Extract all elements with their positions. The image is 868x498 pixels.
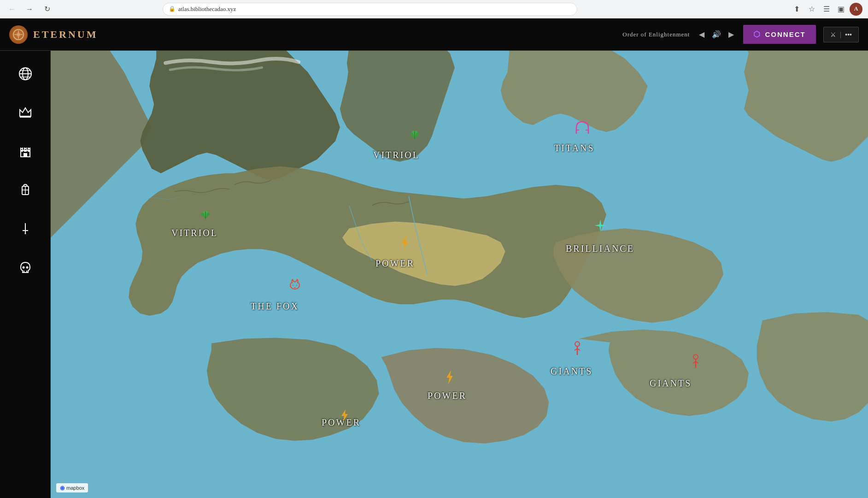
share-button[interactable]: ⬆ [791, 3, 803, 16]
nav-guild: Order of Enlightenment [622, 31, 690, 38]
url-text: atlas.bibliothecadao.xyz [178, 6, 236, 13]
forward-button[interactable]: → [23, 3, 36, 16]
back-button[interactable]: ← [6, 3, 18, 16]
app-container: ETERNUM Order of Enlightenment ◀ 🔊 ▶ ⬡ C… [0, 18, 868, 498]
mapbox-watermark: ◉ mapbox [56, 483, 88, 492]
svg-point-24 [22, 267, 24, 269]
browser-chrome: ← → ↻ 🔒 atlas.bibliothecadao.xyz ⬆ ☆ ☰ ▣… [0, 0, 868, 18]
sidebar-item-castle[interactable] [12, 137, 39, 165]
connect-button[interactable]: ⬡ CONNECT [743, 25, 815, 44]
lock-icon: 🔒 [169, 6, 176, 12]
svg-rect-12 [23, 153, 27, 157]
nav-logo-icon[interactable] [9, 25, 28, 44]
bookmark-button[interactable]: ☆ [805, 3, 818, 16]
media-prev-button[interactable]: ◀ [697, 28, 706, 41]
mapbox-text: mapbox [66, 485, 84, 491]
map-area[interactable]: VITRIOL VITRIOL [51, 51, 868, 498]
eternum-logo-svg [12, 29, 24, 41]
top-nav: ETERNUM Order of Enlightenment ◀ 🔊 ▶ ⬡ C… [0, 18, 868, 51]
sidebar-item-soldier[interactable] [12, 176, 39, 204]
user-sword-icon: ⚔ [830, 31, 836, 38]
sidebar-item-globe[interactable] [12, 60, 39, 88]
user-menu-button[interactable]: ⚔ | ••• [823, 27, 859, 42]
main-area: VITRIOL VITRIOL [0, 51, 868, 498]
sidebar-item-skull[interactable] [12, 254, 39, 281]
user-menu-separator: | [840, 31, 842, 38]
nav-media-controls: ◀ 🔊 ▶ [697, 28, 736, 41]
nav-center: Order of Enlightenment ◀ 🔊 ▶ ⬡ CONNECT ⚔… [98, 25, 859, 44]
nav-logo-area: ETERNUM [9, 25, 98, 44]
browser-right-icons: ⬆ ☆ ☰ ▣ A [791, 3, 862, 16]
svg-point-1 [17, 33, 20, 36]
mapbox-logo-icon: ◉ [60, 485, 65, 491]
reload-button[interactable]: ↻ [41, 3, 53, 16]
media-next-button[interactable]: ▶ [727, 28, 736, 41]
nav-title: ETERNUM [33, 29, 98, 41]
sidebar-toggle-button[interactable]: ▣ [835, 3, 848, 16]
eth-icon: ⬡ [753, 30, 761, 39]
connect-label: CONNECT [765, 30, 805, 38]
profile-icon[interactable]: A [850, 3, 862, 16]
svg-point-25 [26, 267, 28, 269]
address-bar: 🔒 atlas.bibliothecadao.xyz [163, 3, 577, 16]
left-sidebar [0, 51, 51, 498]
user-menu-dots: ••• [845, 31, 852, 38]
extension-button[interactable]: ☰ [820, 3, 833, 16]
sidebar-item-sword[interactable] [12, 215, 39, 243]
media-sound-button[interactable]: 🔊 [710, 28, 723, 41]
svg-rect-7 [20, 116, 31, 118]
map-terrain-svg [51, 51, 868, 498]
sidebar-item-crown[interactable] [12, 99, 39, 126]
